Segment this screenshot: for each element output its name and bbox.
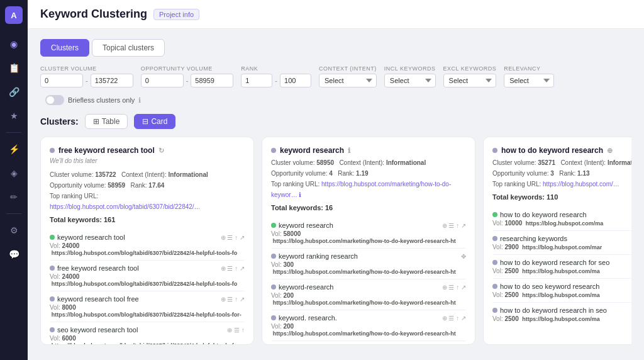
context-intent-select[interactable]: Select [319, 74, 377, 87]
card3-rank: 1.13 [577, 170, 589, 177]
keyword-row: keyword research ⊕ ☰ ↑ ↗ [271, 222, 466, 229]
card3-total: Total keywords: 110 [492, 193, 631, 201]
cluster-card-3: how to do keyword research ⊕ Cluster vol… [483, 137, 631, 345]
sidebar-icon-gear[interactable]: ⚙ [4, 220, 24, 240]
keyword-row: how to do keyword research for seo ⊕ ☰ ↑ [492, 259, 631, 266]
kw-url[interactable]: https://blog.hubspot.com/blog/tabid/6307… [52, 342, 238, 345]
kw-icons[interactable]: ⊕ ☰ ↑ ↗ [442, 222, 466, 229]
filter-context-intent: CONTEXT (INTENT) Select [319, 65, 377, 87]
kw-url[interactable]: https://blog.hubspot.com/marketing/how-t… [273, 330, 456, 337]
keyword-item: keyword. research. ⊕ ☰ ↑ ↗ Vol: 200 http… [271, 310, 466, 341]
opportunity-volume-label: OPPORTUNITY VOLUME [141, 65, 234, 72]
kw-icons[interactable]: ⊕ ☰ ↑ ↗ [221, 296, 245, 303]
sidebar-icon-diamond[interactable]: ◈ [4, 163, 24, 183]
rank-max[interactable] [280, 74, 311, 87]
kw-dot [50, 296, 55, 301]
kw-icons[interactable]: ⊕ ☰ ↑ ↗ [442, 284, 466, 291]
kw-url[interactable]: https://blog.hubspot.com/marketing/how-t… [273, 269, 456, 275]
opportunity-volume-min[interactable] [141, 74, 184, 87]
main-tabs: Clusters Topical clusters [40, 39, 631, 57]
keyword-row: keyword research tool free ⊕ ☰ ↑ ↗ [50, 295, 245, 303]
card1-keywords-list: keyword research tool ⊕ ☰ ↑ ↗ Vol: 24000… [50, 230, 245, 345]
briefless-toggle-switch[interactable] [45, 95, 64, 105]
kw-url[interactable]: https://blog.hubspot.com/mar [522, 244, 602, 250]
kw-url[interactable]: https://blog.hubspot.com/marketing/how-t… [273, 300, 456, 306]
sidebar-icon-star[interactable]: ★ [4, 106, 24, 126]
kw-url[interactable]: https://blog.hubspot.com/ma [522, 292, 600, 298]
keyword-row: keyword research tool ⊕ ☰ ↑ ↗ [50, 233, 245, 241]
opportunity-volume-max[interactable] [191, 74, 233, 87]
kw-dot [492, 236, 497, 241]
kw-vol: Vol: 2500 https://blog.hubspot.com/ma [492, 315, 631, 322]
sidebar-icon-lightning[interactable]: ⚡ [4, 139, 24, 159]
rank-min[interactable] [241, 74, 272, 87]
tab-topical-clusters[interactable]: Topical clusters [92, 39, 165, 57]
kw-icons[interactable]: ⊕ ☰ ↑ ↗ [221, 234, 245, 241]
kw-vol: Vol: 24000 https://blog.hubspot.com/blog… [50, 242, 245, 256]
sidebar-icon-edit[interactable]: ✏ [4, 187, 24, 207]
project-info-badge[interactable]: Project info [153, 9, 199, 20]
filter-rank: RANK - [241, 65, 311, 87]
cluster-volume-max[interactable] [91, 74, 133, 87]
kw-icons[interactable]: ✥ [461, 253, 466, 260]
opportunity-volume-range: - [141, 74, 234, 87]
card1-refresh-icon[interactable]: ↻ [158, 147, 164, 155]
card3-opp-vol: 3 [550, 170, 554, 177]
table-icon: ⊞ [93, 117, 99, 126]
kw-dot [271, 254, 276, 259]
relevancy-select[interactable]: Select [504, 74, 554, 87]
keyword-row: how to do keyword research in seo ⊕ ☰ ↑ [492, 307, 631, 314]
sidebar-icon-links[interactable]: 🔗 [4, 82, 24, 102]
card2-volume: 58950 [316, 159, 334, 166]
kw-url[interactable]: https://blog.hubspot.com/ma [522, 268, 600, 274]
kw-name: seo keyword research tool [57, 326, 225, 334]
card-view-button[interactable]: ⊟ Card [134, 114, 175, 129]
context-intent-label: CONTEXT (INTENT) [319, 65, 377, 72]
sidebar-divider [6, 132, 21, 133]
kw-url[interactable]: https://blog.hubspot.com/blog/tabid/6307… [52, 250, 238, 256]
kw-name: how to do keyword research in seo [500, 307, 631, 314]
card2-info-icon[interactable]: ℹ [348, 147, 350, 155]
card3-info-icon[interactable]: ⊕ [607, 147, 613, 155]
kw-dot [271, 315, 276, 320]
kw-url[interactable]: https://blog.hubspot.com/blog/tabid/6307… [52, 281, 238, 287]
tab-clusters[interactable]: Clusters [40, 39, 89, 57]
app-logo[interactable]: A [5, 6, 23, 24]
card2-keywords-list: keyword research ⊕ ☰ ↑ ↗ Vol: 58000 http… [271, 218, 466, 345]
rank-label: RANK [241, 65, 311, 72]
sidebar-icon-home[interactable]: ◉ [4, 34, 24, 54]
kw-name: how to do keyword research for seo [500, 259, 631, 266]
kw-icons[interactable]: ⊕ ☰ ↑ [227, 327, 245, 334]
card2-url[interactable]: https://blog.hubspot.com/marketing/how-t… [271, 181, 451, 198]
briefless-label: Briefless clusters only [68, 96, 135, 104]
sidebar-divider-2 [6, 213, 21, 214]
keyword-item: how to do seo keyword research ⊕ ☰ ↑ Vol… [492, 279, 631, 303]
kw-url[interactable]: https://blog.hubspot.com/blog/tabid/6307… [52, 312, 242, 318]
cluster-card-2: keyword research ℹ Cluster volume: 58950… [262, 137, 475, 345]
incl-keywords-select[interactable]: Select [384, 74, 436, 87]
keyword-item: how to do keyword research in seo ⊕ ☰ ↑ … [492, 303, 631, 326]
kw-vol: Vol: 200 https://blog.hubspot.com/market… [271, 323, 466, 337]
card1-volume: 135722 [95, 171, 116, 178]
briefless-info-icon[interactable]: ℹ [138, 96, 141, 104]
kw-dot [492, 260, 497, 265]
card3-url[interactable]: https://blog.hubspot.com/… [543, 181, 619, 188]
card1-url[interactable]: https://blog.hubspot.com/blog/tabid/6307… [50, 203, 201, 210]
kw-vol: Vol: 300 https://blog.hubspot.com/market… [271, 261, 466, 275]
range-sep-2: - [186, 77, 189, 84]
kw-dot [50, 327, 55, 332]
kw-url[interactable]: https://blog.hubspot.com/ma [522, 316, 600, 322]
card1-header: free keyword research tool ↻ [50, 146, 245, 155]
kw-url[interactable]: https://blog.hubspot.com/ma [526, 220, 604, 227]
kw-icons[interactable]: ⊕ ☰ ↑ ↗ [221, 265, 245, 272]
kw-icons[interactable]: ⊕ ☰ ↑ ↗ [442, 315, 466, 322]
kw-url[interactable]: https://blog.hubspot.com/marketing/how-t… [273, 238, 456, 244]
table-view-button[interactable]: ⊞ Table [85, 114, 128, 129]
sidebar-icon-pages[interactable]: 📋 [4, 58, 24, 78]
cluster-volume-min[interactable] [40, 74, 83, 87]
kw-dot [492, 308, 497, 313]
excl-keywords-select[interactable]: Select [443, 74, 497, 87]
card1-rank: 17.64 [148, 182, 164, 189]
card2-title: keyword research [280, 146, 344, 155]
sidebar-icon-chat[interactable]: 💬 [4, 244, 24, 264]
